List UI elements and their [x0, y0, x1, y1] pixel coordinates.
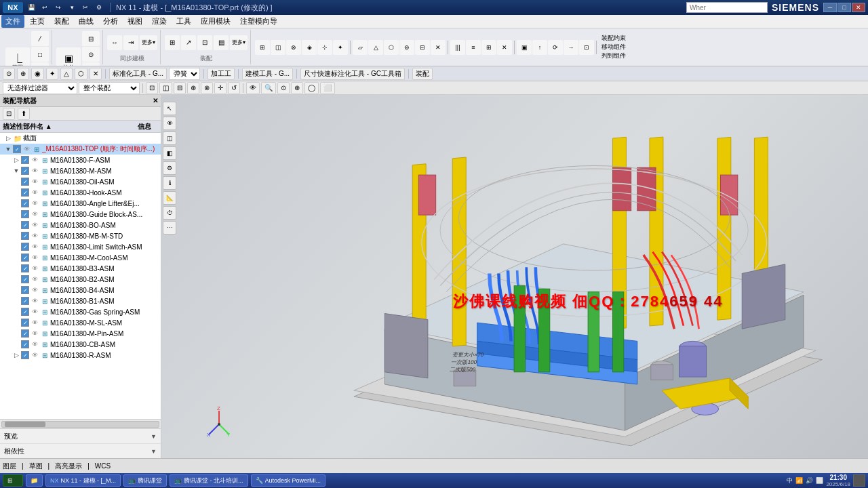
arrange-btn4[interactable]: ✕ [497, 40, 512, 55]
filter-dropdown[interactable]: 无选择过滤器 [3, 82, 77, 94]
list-component-button[interactable]: ▤ [214, 35, 229, 50]
vis-icon-top[interactable]: 👁 [22, 145, 31, 153]
view-zoom-in[interactable]: ⊕ [187, 82, 199, 94]
std-tool-11[interactable]: ⊟ [415, 40, 430, 55]
add-component-button[interactable]: ⊞ [165, 35, 180, 50]
tree-item-m-asm[interactable]: ▼ ✓ 👁 ⊞ M16A01380-M-ASM [0, 165, 161, 176]
tree-item-guide[interactable]: ✓ 👁 ⊞ M16A01380-Guide Block-AS... [0, 209, 161, 220]
menu-home[interactable]: 主页 [26, 15, 49, 28]
view-sub-btn4[interactable]: ✦ [46, 68, 58, 80]
dependency-row[interactable]: 相依性 ▼ [0, 444, 161, 459]
std-tool-6[interactable]: ✦ [333, 40, 348, 55]
checkbox-sl[interactable]: ✓ [21, 319, 29, 327]
view-btn3[interactable]: ⟳ [548, 40, 563, 55]
view-btn2[interactable]: ↑ [532, 40, 547, 55]
move-face-button[interactable]: ↔ [107, 35, 122, 50]
tree-item-oil[interactable]: ✓ 👁 ⊞ M16A01380-Oil-ASM [0, 176, 161, 187]
tree-item-cool[interactable]: ✓ 👁 ⊞ M16A01380-M-Cool-ASM [0, 252, 161, 263]
expand-icon-f[interactable]: ▷ [12, 156, 20, 164]
clock-area[interactable]: 21:30 2025/6/18 [826, 474, 850, 487]
build-btn1[interactable]: 建模工具 - G... [242, 68, 293, 80]
vis-btn4[interactable]: ⊕ [291, 82, 303, 94]
view-sub-btn1[interactable]: ⊙ [3, 68, 15, 80]
std-tool-7[interactable]: ▱ [353, 40, 368, 55]
file-manager-btn[interactable]: 📁 [26, 474, 43, 487]
vis-btn1[interactable]: 👁 [246, 82, 260, 94]
vis-btn3[interactable]: ⊙ [277, 82, 290, 94]
expand-icon-top[interactable]: ▼ [4, 145, 12, 153]
arrange-btn1[interactable]: ||| [450, 40, 465, 55]
menu-file[interactable]: 文件 [1, 15, 24, 28]
checkbox-angle[interactable]: ✓ [21, 199, 29, 207]
snap-dropdown[interactable]: 弹簧 [169, 68, 200, 80]
tree-item-pin[interactable]: ✓ 👁 ⊞ M16A01380-M-Pin-ASM [0, 328, 161, 339]
extrude-button[interactable]: ▣ 拉伸 [56, 47, 81, 67]
more-assembly-button[interactable]: 更多▾ [230, 35, 248, 50]
tree-item-f-asm[interactable]: ▷ ✓ 👁 ⊞ M16A01380-F-ASM [0, 155, 161, 165]
offset-region-button[interactable]: ⇥ [123, 35, 138, 50]
checkbox-cool[interactable]: ✓ [21, 253, 29, 262]
vis-icon-oil[interactable]: 👁 [30, 178, 39, 186]
tree-item-b1[interactable]: ✓ 👁 ⊞ M16A01380-B1-ASM [0, 296, 161, 306]
vis-icon-angle[interactable]: 👁 [30, 199, 39, 207]
tree-item-b3[interactable]: ✓ 👁 ⊞ M16A01380-B3-ASM [0, 263, 161, 274]
std-tool-4[interactable]: ◈ [302, 40, 317, 55]
std-tool-9[interactable]: ⬡ [384, 40, 399, 55]
mold-btn1[interactable]: 加工工 [208, 68, 235, 80]
std-tool-3[interactable]: ⊗ [286, 40, 301, 55]
tree-item-hook[interactable]: ✓ 👁 ⊞ M16A01380-Hook-ASM [0, 187, 161, 198]
view-sub-btn5[interactable]: △ [60, 68, 73, 80]
dependency-arrow[interactable]: ▼ [151, 448, 157, 455]
tree-item-gas[interactable]: ✓ 👁 ⊞ M16A01380-Gas Spring-ASM [0, 306, 161, 317]
checkbox-b1[interactable]: ✓ [21, 297, 29, 305]
menu-view[interactable]: 视图 [123, 15, 146, 28]
checkbox-b3[interactable]: ✓ [21, 264, 29, 272]
menu-assembly[interactable]: 装配 [50, 15, 73, 28]
view-sub-btn2[interactable]: ⊕ [17, 68, 29, 80]
checkbox-b4[interactable]: ✓ [21, 286, 29, 294]
view-sub-btn7[interactable]: ✕ [90, 68, 102, 80]
beidu-training-btn[interactable]: 📺 腾讯课堂 - 北斗培训... [170, 474, 248, 487]
view-persp-btn[interactable]: ◫ [159, 82, 172, 94]
rect-button[interactable]: □ [31, 47, 49, 62]
expand-icon-section[interactable]: ▷ [4, 134, 12, 142]
dim-btn1[interactable]: 尺寸快速标注化工具 - GC工具箱 [300, 68, 405, 80]
vis-icon-cb[interactable]: 👁 [30, 340, 39, 348]
tree-item-cb[interactable]: ✓ 👁 ⊞ M16A01380-CB-ASM [0, 339, 161, 350]
vis-icon-hook[interactable]: 👁 [30, 188, 39, 197]
checkbox-hook[interactable]: ✓ [21, 188, 29, 197]
tree-area[interactable]: ▷ 📁 截面 ▼ ✓ 👁 ⊞ _M16A01380-TOP (顺序: 时间顺序.… [0, 133, 161, 419]
tree-item-r-asm[interactable]: ▷ ✓ 👁 ⊞ M16A01380-R-ASM [0, 350, 161, 361]
checkbox-b2[interactable]: ✓ [21, 275, 29, 283]
datum-plane-button[interactable]: ⊟ [82, 31, 100, 46]
vis-btn5[interactable]: ◯ [304, 82, 319, 94]
tencent-class-btn[interactable]: 📺 腾讯课堂 [123, 474, 167, 487]
view-pan-btn[interactable]: ✛ [214, 82, 226, 94]
tree-item-limit[interactable]: ✓ 👁 ⊞ M16A01380-Limit Switch-ASM [0, 241, 161, 252]
menu-curve[interactable]: 曲线 [75, 15, 98, 28]
std-btn-1[interactable]: 标准化工具 - G... [109, 68, 167, 80]
scroll-track[interactable] [1, 421, 159, 428]
menu-app-module[interactable]: 应用模块 [197, 15, 235, 28]
autodesk-btn[interactable]: 🔧 Autodesk PowerMi... [251, 474, 326, 487]
vis-icon-b4[interactable]: 👁 [30, 286, 39, 294]
assembly-filter[interactable]: 整个装配 [79, 82, 140, 94]
std-tool-5[interactable]: ⊹ [317, 40, 332, 55]
tree-item-angle[interactable]: ✓ 👁 ⊞ M16A01380-Angle Lifter&Ej... [0, 198, 161, 209]
vis-icon-b3[interactable]: 👁 [30, 264, 39, 272]
view-type-btn[interactable]: ⊟ [174, 82, 186, 94]
menu-injection[interactable]: 注塑模向导 [236, 15, 281, 28]
maximize-button[interactable]: □ [837, 3, 851, 12]
quick-access-undo[interactable]: ↩ [39, 3, 50, 12]
show-desktop-btn[interactable] [853, 474, 865, 487]
vis-btn6[interactable]: ⬜ [320, 82, 335, 94]
quick-access-more[interactable]: ▾ [66, 3, 77, 12]
std-tool-8[interactable]: △ [368, 40, 383, 55]
quick-access-cut[interactable]: ✂ [80, 3, 91, 12]
view-zoom-out[interactable]: ⊗ [201, 82, 213, 94]
vis-btn2[interactable]: 🔍 [261, 82, 276, 94]
view-orient-btn[interactable]: ⊡ [146, 82, 158, 94]
horizontal-scrollbar[interactable] [0, 419, 161, 428]
quick-access-redo[interactable]: ↪ [53, 3, 64, 12]
nx-taskbar-btn[interactable]: NX NX 11 - 建模 - [_M... [45, 474, 121, 487]
